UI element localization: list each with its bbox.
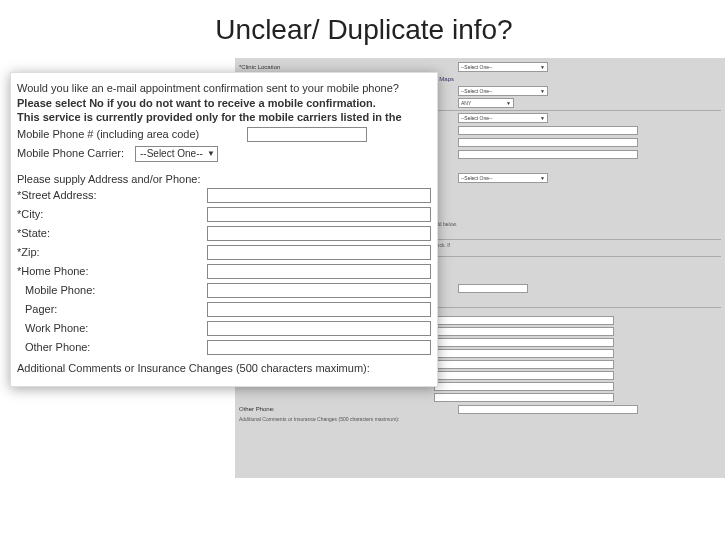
pager-label: Pager:	[17, 302, 207, 317]
slide-title: Unclear/ Duplicate info?	[0, 0, 728, 54]
home-phone-label: *Home Phone:	[17, 264, 207, 279]
provider-select[interactable]: ANY▼	[458, 98, 514, 108]
intro-line-1: Would you like an e-mail appointment con…	[17, 81, 431, 96]
zip-label: *Zip:	[17, 245, 207, 260]
state-input[interactable]	[207, 226, 431, 241]
back-addr-input-6[interactable]	[434, 371, 614, 380]
mobile-phone-input[interactable]	[207, 283, 431, 298]
clinic-location-label: *Clinic Location	[239, 64, 454, 70]
state-label: *State:	[17, 226, 207, 241]
back-addr-input-2[interactable]	[434, 327, 614, 336]
intro-line-3: This service is currently provided only …	[17, 110, 431, 125]
work-phone-label: Work Phone:	[17, 321, 207, 336]
address-prompt: Please supply Address and/or Phone:	[17, 172, 431, 187]
reason-other-input[interactable]	[458, 126, 638, 135]
zip-input[interactable]	[207, 245, 431, 260]
back-addr-input-1[interactable]	[434, 316, 614, 325]
mobile-num-label: Mobile Phone # (including area code)	[17, 127, 247, 142]
specialty-select[interactable]: --Select One--▼	[458, 86, 548, 96]
work-phone-input[interactable]	[207, 321, 431, 336]
foreground-form-panel: Would you like an e-mail appointment con…	[10, 72, 438, 387]
mobile-phone-label: Mobile Phone:	[17, 283, 207, 298]
mobile-carrier-select[interactable]: --Select One--▼	[135, 146, 218, 162]
street-label: *Street Address:	[17, 188, 207, 203]
diagnosis-input[interactable]	[458, 138, 638, 147]
city-input[interactable]	[207, 207, 431, 222]
mobile-carrier-label: Mobile Phone Carrier:	[17, 146, 135, 161]
pager-input[interactable]	[207, 302, 431, 317]
clinic-location-select[interactable]: --Select One--▼	[458, 62, 548, 72]
reason-select[interactable]: --Select One--▼	[458, 113, 548, 123]
mobile-num-input[interactable]	[247, 127, 367, 142]
other-phone-back-label: Other Phone:	[239, 406, 454, 412]
onset-input[interactable]	[458, 150, 638, 159]
comments-back-label: Additional Comments or Insurance Changes…	[239, 416, 721, 422]
back-addr-input-4[interactable]	[434, 349, 614, 358]
intro-line-2: Please select No if you do not want to r…	[17, 96, 431, 111]
back-addr-input-7[interactable]	[434, 382, 614, 391]
back-addr-input-5[interactable]	[434, 360, 614, 369]
other-phone-back-input[interactable]	[458, 405, 638, 414]
home-phone-input[interactable]	[207, 264, 431, 279]
area-code-input[interactable]	[458, 284, 528, 293]
back-addr-input-3[interactable]	[434, 338, 614, 347]
street-input[interactable]	[207, 188, 431, 203]
other-phone-label: Other Phone:	[17, 340, 207, 355]
city-label: *City:	[17, 207, 207, 222]
back-addr-input-8[interactable]	[434, 393, 614, 402]
generic-select[interactable]: --Select One--▼	[458, 173, 548, 183]
comments-label: Additional Comments or Insurance Changes…	[17, 361, 431, 376]
other-phone-input[interactable]	[207, 340, 431, 355]
